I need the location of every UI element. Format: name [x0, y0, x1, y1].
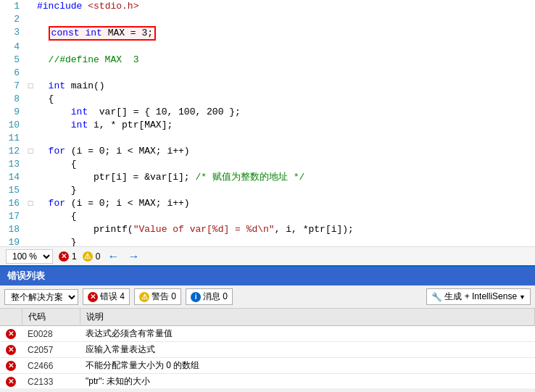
intellisense-dropdown-icon: ▼	[519, 293, 526, 301]
list-item[interactable]: ✕ C2057 应输入常量表达式	[0, 342, 535, 358]
intellisense-btn-label: 生成 + IntelliSense	[444, 291, 517, 303]
error-toolbar: 整个解决方案 ✕ 错误 4 ⚠ 警告 0 i 消息 0 🔧 生成 + Intel…	[0, 285, 535, 309]
editor-area: 1 #include <stdio.h> 2 3 const int MAX =…	[0, 0, 535, 246]
error-panel-title-text: 错误列表	[7, 270, 45, 283]
list-item[interactable]: ✕ E0028 表达式必须含有常量值	[0, 326, 535, 342]
error-row-icon: ✕	[6, 345, 16, 355]
error-count: 1	[72, 251, 77, 262]
table-row: 10 int i, * ptr[MAX];	[0, 119, 535, 132]
table-row: 8 {	[0, 93, 535, 106]
list-item[interactable]: ✕ C2133 "ptr": 未知的大小	[0, 374, 535, 389]
table-row: 19 }	[0, 236, 535, 246]
error-panel-title: 错误列表	[0, 267, 535, 285]
status-bar: 100 % 150 % 75 % ✕ 1 ⚠ 0 ← →	[0, 246, 535, 265]
table-row: 5 //#define MAX 3	[0, 54, 535, 67]
error-row-icon: ✕	[6, 329, 16, 339]
table-row: 2	[0, 13, 535, 26]
error-code: C2057	[22, 342, 80, 358]
warning-icon: ⚠	[139, 292, 149, 302]
table-row: 12 □ for (i = 0; i < MAX; i++)	[0, 145, 535, 158]
error-list-scroll[interactable]: 代码 说明 ✕ E0028 表达式必须含有常量值 ✕ C2057 应输入常量表达…	[0, 309, 535, 388]
table-row: 7 □ int main()	[0, 80, 535, 93]
table-row: 18 printf("Value of var[%d] = %d\n", i, …	[0, 223, 535, 236]
table-row: 13 {	[0, 158, 535, 171]
intellisense-button[interactable]: 🔧 生成 + IntelliSense ▼	[426, 288, 531, 305]
error-filter-button[interactable]: ✕ 错误 4	[83, 288, 130, 305]
error-row-icon: ✕	[6, 361, 16, 371]
table-row: 3 const int MAX = 3;	[0, 26, 535, 41]
highlighted-expression: const int MAX = 3;	[49, 26, 156, 41]
error-desc: 应输入常量表达式	[80, 342, 535, 358]
warning-count: 0	[96, 251, 101, 262]
error-btn-label: 错误 4	[100, 291, 125, 303]
table-row: 17 {	[0, 210, 535, 223]
col-code: 代码	[22, 309, 80, 326]
error-code: C2133	[22, 374, 80, 389]
nav-forward-arrow[interactable]: →	[126, 250, 141, 263]
warning-btn-label: 警告 0	[152, 291, 176, 303]
table-row: 14 ptr[i] = &var[i]; /* 赋值为整数的地址 */	[0, 171, 535, 184]
error-icon: ✕	[88, 292, 98, 302]
message-btn-label: 消息 0	[203, 291, 228, 303]
table-row: 11	[0, 132, 535, 145]
error-list-table: 代码 说明 ✕ E0028 表达式必须含有常量值 ✕ C2057 应输入常量表达…	[0, 309, 535, 388]
code-table: 1 #include <stdio.h> 2 3 const int MAX =…	[0, 0, 535, 246]
table-row: 6	[0, 67, 535, 80]
message-filter-button[interactable]: i 消息 0	[186, 288, 233, 305]
col-icon	[0, 309, 22, 326]
col-desc: 说明	[80, 309, 535, 326]
table-row: 16 □ for (i = 0; i < MAX; i++)	[0, 197, 535, 210]
table-row: 1 #include <stdio.h>	[0, 0, 535, 13]
wrench-icon: 🔧	[431, 292, 442, 302]
warning-dot-icon: ⚠	[83, 251, 93, 262]
error-desc: "ptr": 未知的大小	[80, 374, 535, 389]
error-code: E0028	[22, 326, 80, 342]
error-dot-icon: ✕	[59, 251, 69, 262]
error-indicator: ✕ 1	[59, 251, 77, 262]
error-desc: 表达式必须含有常量值	[80, 326, 535, 342]
warning-filter-button[interactable]: ⚠ 警告 0	[134, 288, 181, 305]
table-row: 9 int var[] = { 10, 100, 200 };	[0, 106, 535, 119]
message-icon: i	[191, 292, 201, 302]
error-code: C2466	[22, 358, 80, 374]
warning-indicator: ⚠ 0	[83, 251, 101, 262]
nav-back-arrow[interactable]: ←	[106, 250, 120, 263]
table-row: 4	[0, 41, 535, 54]
solution-select[interactable]: 整个解决方案	[4, 289, 78, 305]
error-desc: 不能分配常量大小为 0 的数组	[80, 358, 535, 374]
error-row-icon: ✕	[6, 377, 16, 387]
error-table-header: 代码 说明	[0, 309, 535, 326]
list-item[interactable]: ✕ C2466 不能分配常量大小为 0 的数组	[0, 358, 535, 374]
table-row: 15 }	[0, 184, 535, 197]
error-panel: 错误列表 整个解决方案 ✕ 错误 4 ⚠ 警告 0 i 消息 0 🔧 生成 + …	[0, 265, 535, 392]
zoom-select[interactable]: 100 % 150 % 75 %	[6, 249, 53, 264]
